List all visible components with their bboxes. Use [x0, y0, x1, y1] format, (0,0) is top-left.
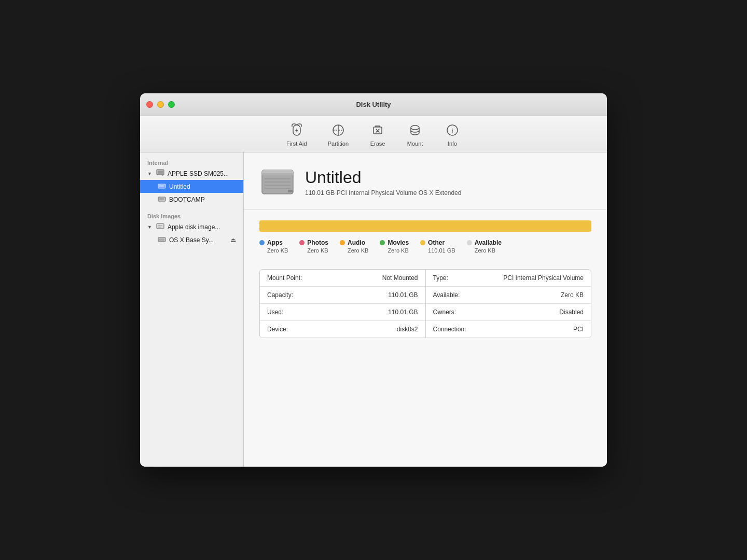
sidebar-item-os-x-base[interactable]: OS X Base Sy... ⏏	[140, 233, 243, 246]
disk-header: Untitled 110.01 GB PCI Internal Physical…	[244, 152, 607, 210]
svg-point-3	[411, 125, 419, 130]
maximize-button[interactable]	[168, 101, 175, 108]
legend-dot-photos	[299, 240, 305, 245]
storage-legend: AppsZero KBPhotosZero KBAudioZero KBMovi…	[259, 239, 591, 254]
info-button[interactable]: i Info	[439, 120, 466, 149]
info-row-1-right: Available:Zero KB	[426, 287, 591, 303]
svg-rect-12	[159, 198, 164, 200]
svg-rect-19	[265, 178, 290, 179]
info-label-1-left: Capacity:	[260, 287, 327, 303]
info-label-0-right: Type:	[426, 270, 493, 286]
info-row-2: Used:110.01 GBOwners:Disabled	[260, 304, 591, 321]
svg-text:+: +	[295, 128, 298, 133]
sidebar-item-untitled[interactable]: Untitled	[140, 180, 243, 193]
legend-name-other: Other	[428, 239, 445, 246]
eject-icon[interactable]: ⏏	[230, 236, 236, 244]
detail-pane: Untitled 110.01 GB PCI Internal Physical…	[244, 152, 607, 467]
legend-value-available: Zero KB	[475, 247, 495, 254]
first-aid-icon: +	[288, 122, 305, 138]
disk-subtitle: 110.01 GB PCI Internal Physical Volume O…	[305, 189, 462, 197]
legend-name-photos: Photos	[307, 239, 328, 246]
legend-name-apps: Apps	[267, 239, 283, 246]
mount-button[interactable]: Mount	[402, 120, 428, 149]
info-value-2-right: Disabled	[493, 304, 591, 320]
info-row-2-left: Used:110.01 GB	[260, 304, 425, 320]
legend-name-movies: Movies	[388, 239, 409, 246]
spacer	[140, 206, 243, 211]
legend-dot-available	[467, 240, 472, 245]
disk-title: Untitled	[305, 168, 462, 187]
legend-value-movies: Zero KB	[388, 247, 408, 254]
info-icon: i	[444, 122, 461, 138]
info-table: Mount Point:Not MountedType:PCI Internal…	[259, 269, 591, 338]
info-value-2-left: 110.01 GB	[327, 304, 425, 320]
legend-value-other: 110.01 GB	[428, 247, 455, 254]
sidebar-item-label: OS X Base Sy...	[169, 236, 227, 244]
svg-rect-23	[288, 190, 293, 192]
legend-item-other: Other110.01 GB	[420, 239, 455, 254]
info-value-3-right: PCI	[493, 321, 591, 338]
svg-rect-13	[157, 223, 164, 229]
storage-bar	[259, 220, 591, 232]
info-label-2-left: Used:	[260, 304, 327, 320]
toolbar: + First Aid Partition	[140, 116, 607, 152]
legend-name-audio: Audio	[348, 239, 365, 246]
info-row-3-left: Device:disk0s2	[260, 321, 425, 338]
sidebar-item-label: Apple disk image...	[168, 223, 220, 231]
legend-dot-movies	[380, 240, 385, 245]
first-aid-label: First Aid	[286, 141, 307, 147]
traffic-lights	[146, 101, 175, 108]
internal-section-label: Internal	[140, 158, 243, 167]
info-row-0-right: Type:PCI Internal Physical Volume	[426, 270, 591, 286]
info-value-0-right: PCI Internal Physical Volume	[493, 270, 591, 286]
sidebar-item-label: Untitled	[169, 183, 190, 190]
mount-label: Mount	[407, 141, 423, 147]
info-row-2-right: Owners:Disabled	[426, 304, 591, 320]
info-value-1-right: Zero KB	[493, 287, 591, 303]
mount-icon	[407, 122, 423, 138]
svg-rect-7	[158, 171, 163, 174]
expand-triangle: ▼	[147, 225, 152, 230]
info-row-1-left: Capacity:110.01 GB	[260, 287, 425, 303]
disk-icon	[156, 169, 164, 178]
info-row-0-left: Mount Point:Not Mounted	[260, 270, 425, 286]
info-label-3-left: Device:	[260, 321, 327, 338]
info-label-3-right: Connection:	[426, 321, 493, 338]
svg-rect-22	[265, 188, 290, 189]
info-label: Info	[448, 141, 457, 147]
main-content: Internal ▼ APPLE SSD SM025...	[140, 152, 607, 467]
info-row-3: Device:disk0s2Connection:PCI	[260, 321, 591, 338]
disk-info: Untitled 110.01 GB PCI Internal Physical…	[305, 168, 462, 197]
partition-button[interactable]: Partition	[323, 120, 354, 149]
disk-images-section-label: Disk Images	[140, 211, 243, 220]
partition-label: Partition	[328, 141, 349, 147]
first-aid-button[interactable]: + First Aid	[281, 120, 312, 149]
legend-item-apps: AppsZero KB	[259, 239, 288, 254]
minimize-button[interactable]	[157, 101, 164, 108]
volume-icon	[158, 182, 166, 191]
sidebar-item-apple-ssd[interactable]: ▼ APPLE SSD SM025...	[140, 167, 243, 180]
info-value-3-left: disk0s2	[327, 321, 425, 338]
svg-rect-10	[159, 185, 164, 187]
window-title: Disk Utility	[356, 101, 391, 108]
legend-item-available: AvailableZero KB	[467, 239, 502, 254]
legend-item-movies: MoviesZero KB	[380, 239, 409, 254]
info-label-1-right: Available:	[426, 287, 493, 303]
close-button[interactable]	[146, 101, 153, 108]
info-label-2-right: Owners:	[426, 304, 493, 320]
erase-button[interactable]: Erase	[364, 120, 391, 149]
sidebar-item-apple-disk-image[interactable]: ▼ Apple disk image...	[140, 220, 243, 233]
sidebar-item-bootcamp[interactable]: BOOTCAMP	[140, 193, 243, 206]
info-row-0: Mount Point:Not MountedType:PCI Internal…	[260, 270, 591, 287]
disk-image	[259, 164, 296, 200]
svg-rect-21	[265, 185, 290, 186]
disk-utility-window: Disk Utility + First Aid	[140, 93, 607, 467]
info-row-3-right: Connection:PCI	[426, 321, 591, 338]
info-row-1: Capacity:110.01 GBAvailable:Zero KB	[260, 287, 591, 304]
legend-value-audio: Zero KB	[348, 247, 368, 254]
legend-dot-other	[420, 240, 425, 245]
legend-item-audio: AudioZero KB	[340, 239, 368, 254]
svg-rect-18	[262, 173, 293, 175]
info-value-1-left: 110.01 GB	[327, 287, 425, 303]
sidebar-item-label: BOOTCAMP	[169, 196, 205, 203]
